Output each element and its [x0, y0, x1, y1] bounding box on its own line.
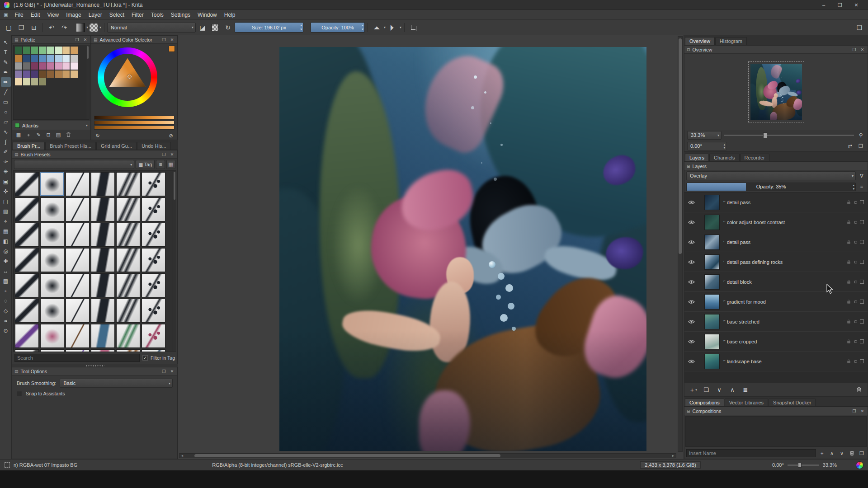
tab-vector-libraries[interactable]: Vector Libraries	[725, 399, 768, 406]
palette-swatch[interactable]	[15, 47, 22, 54]
tab-recorder[interactable]: Recorder	[740, 154, 769, 161]
crop-tool[interactable]: ▢	[1, 197, 11, 206]
layer-alpha-icon[interactable]: α	[854, 319, 857, 324]
brush-preset-thumb[interactable]	[40, 324, 64, 348]
palette-swatch[interactable]	[71, 47, 78, 54]
palette-swatch[interactable]	[39, 70, 46, 78]
layer-alpha-icon[interactable]: α	[854, 220, 857, 225]
brush-preset-thumb[interactable]	[66, 324, 90, 348]
brush-preset-thumb[interactable]	[142, 324, 165, 348]
palette-swatch[interactable]	[31, 70, 38, 78]
close-panel-icon[interactable]: ✕	[859, 47, 865, 52]
freehand-select-tool[interactable]: ≈	[1, 316, 11, 325]
brush-smoothing-select[interactable]: Basic ▾	[60, 379, 173, 388]
canvas-painting[interactable]	[279, 47, 646, 451]
layer-visibility-icon[interactable]	[684, 280, 698, 284]
filter-in-tag-checkbox[interactable]: ✓	[142, 355, 148, 361]
tab-grid-and-guides[interactable]: Grid and Gu...	[96, 142, 137, 150]
preserve-alpha-button[interactable]	[209, 22, 221, 33]
close-panel-icon[interactable]: ✕	[169, 152, 175, 157]
overview-zoom-slider[interactable]	[724, 135, 854, 136]
brush-preset-thumb[interactable]	[40, 197, 64, 221]
layer-lock-icon[interactable]	[847, 278, 851, 286]
brush-preset-thumb[interactable]	[116, 248, 140, 272]
canvas-horizontal-scrollbar[interactable]: ◂ ▸	[179, 453, 676, 458]
tab-brush-preset-history[interactable]: Brush Preset His...	[45, 142, 96, 150]
tab-undo-history[interactable]: Undo His...	[137, 142, 170, 150]
layer-frame-icon[interactable]	[860, 339, 864, 343]
layer-visibility-icon[interactable]	[684, 339, 698, 344]
palette-swatch[interactable]	[47, 47, 54, 54]
list-view-button[interactable]: ≡	[156, 160, 165, 169]
layer-alpha-icon[interactable]: α	[854, 200, 857, 205]
float-panel-icon[interactable]: ❐	[161, 38, 167, 42]
canvas-area[interactable]: ◂ ▸	[178, 35, 684, 459]
brush-preset-thumb[interactable]	[116, 223, 140, 247]
edit-palette-button[interactable]: ✎	[34, 131, 42, 139]
polygon-tool[interactable]: ▱	[1, 117, 11, 127]
brush-preset-thumb[interactable]	[40, 172, 64, 196]
palette-swatch[interactable]	[55, 70, 62, 78]
palette-swatch[interactable]	[62, 55, 70, 62]
brush-preset-thumb[interactable]	[40, 223, 64, 247]
layer-frame-icon[interactable]	[860, 200, 864, 204]
snap-to-assistants-checkbox[interactable]	[17, 391, 22, 396]
pattern-chooser-button[interactable]	[89, 23, 98, 32]
polyline-tool[interactable]: ∿	[1, 127, 11, 136]
palette-swatch[interactable]	[23, 47, 30, 54]
palette-swatch[interactable]	[15, 62, 22, 70]
move-tool[interactable]: ✜	[1, 187, 11, 196]
rect-select-tool[interactable]: ▫	[1, 286, 11, 296]
palette-swatch[interactable]	[55, 62, 62, 70]
brush-preset-thumb[interactable]	[142, 248, 165, 272]
shade-strip[interactable]	[94, 121, 175, 125]
menu-edit[interactable]: Edit	[28, 11, 43, 19]
menu-image[interactable]: Image	[63, 11, 84, 19]
float-panel-icon[interactable]: ❐	[74, 38, 80, 42]
brush-preset-thumb[interactable]	[66, 248, 90, 272]
palette-view-button[interactable]: ▤	[54, 131, 62, 139]
composition-name-input[interactable]	[686, 449, 816, 457]
palette-swatch[interactable]	[23, 78, 30, 85]
brush-preset-thumb[interactable]	[40, 299, 64, 323]
tab-histogram[interactable]: Histogram	[715, 37, 747, 45]
tab-channels[interactable]: Channels	[709, 154, 739, 161]
undo-button[interactable]: ↶	[46, 22, 57, 33]
menu-settings[interactable]: Settings	[168, 11, 193, 19]
rectangle-tool[interactable]: ▭	[1, 97, 11, 107]
pin-icon[interactable]: ⚲	[857, 131, 865, 139]
menu-filter[interactable]: Filter	[128, 11, 147, 19]
palette-swatch[interactable]	[55, 47, 62, 54]
brush-preset-thumb[interactable]	[15, 273, 39, 297]
reload-preset-button[interactable]: ↻	[222, 22, 234, 33]
palette-swatch[interactable]	[62, 70, 70, 78]
palette-scrollbar[interactable]	[86, 45, 89, 119]
brush-opacity-slider[interactable]: Opacity: 100% ▴▾	[311, 22, 365, 33]
layer-row[interactable]: ⌐base croppedα	[684, 332, 868, 352]
redo-button[interactable]: ↷	[58, 22, 70, 33]
layer-visibility-icon[interactable]	[684, 260, 698, 264]
color-wheel[interactable]	[98, 47, 157, 107]
brush-preset-thumb[interactable]	[15, 223, 39, 247]
brush-preset-thumb[interactable]	[116, 197, 140, 221]
layer-visibility-icon[interactable]	[684, 319, 698, 324]
close-panel-icon[interactable]: ✕	[169, 369, 175, 374]
no-color-button[interactable]: ⊘	[167, 131, 175, 140]
brush-preset-thumb[interactable]	[91, 197, 115, 221]
pattern-tool[interactable]: ▦	[1, 226, 11, 236]
brush-preset-thumb[interactable]	[91, 324, 115, 348]
palette-swatch[interactable]	[31, 78, 38, 85]
palette-swatch[interactable]	[62, 47, 70, 54]
menu-tools[interactable]: Tools	[148, 11, 167, 19]
layer-frame-icon[interactable]	[860, 300, 864, 304]
palette-swatch[interactable]	[31, 62, 38, 70]
palette-chooser-select[interactable]: Atlantis ▾	[12, 121, 90, 130]
layer-alpha-icon[interactable]: α	[854, 359, 857, 364]
palette-swatch[interactable]	[15, 55, 22, 62]
palette-swatch[interactable]	[47, 55, 54, 62]
layer-menu-icon[interactable]: ≡	[858, 183, 866, 191]
fill-tool[interactable]: ◧	[1, 236, 11, 246]
transform-tool[interactable]: ▣	[1, 177, 11, 186]
canvas-rotation-spinner[interactable]: 0.00° ▴▾	[687, 142, 727, 150]
menu-help[interactable]: Help	[221, 11, 239, 19]
